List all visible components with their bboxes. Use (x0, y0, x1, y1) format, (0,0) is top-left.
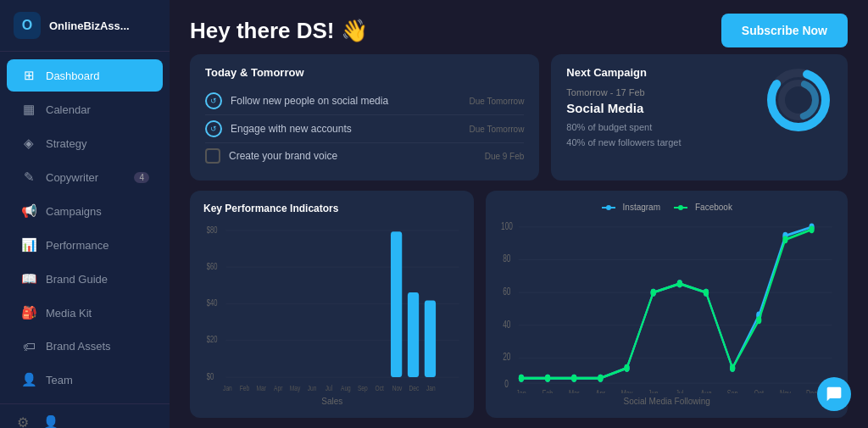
subscribe-button[interactable]: Subscribe Now (721, 14, 848, 47)
sidebar-item-brand-guide[interactable]: 📖 Brand Guide (7, 263, 163, 295)
svg-point-78 (730, 364, 735, 372)
line-chart-label: Social Media Following (499, 397, 834, 406)
svg-text:$20: $20 (207, 335, 218, 345)
svg-point-76 (677, 280, 682, 287)
svg-text:Oct: Oct (754, 389, 765, 393)
sidebar-item-label: Team (46, 374, 73, 386)
svg-point-73 (598, 375, 604, 382)
svg-text:Sep: Sep (727, 389, 738, 393)
logo-text: OnlineBizAss... (49, 19, 130, 32)
sidebar: O OnlineBizAss... ⊞ Dashboard ▦ Calendar… (0, 0, 170, 428)
sidebar-item-team[interactable]: 👤 Team (7, 364, 163, 396)
svg-text:80: 80 (504, 253, 511, 264)
sidebar-item-label: Dashboard (46, 69, 100, 82)
campaign-date: Tomorrow - 17 Feb (566, 87, 754, 97)
profile-icon[interactable]: 👤 (42, 414, 59, 428)
sidebar-item-campaigns[interactable]: 📢 Campaigns (7, 195, 163, 227)
svg-point-72 (572, 375, 577, 382)
brand-assets-icon: 🏷 (20, 339, 37, 353)
svg-text:Jan: Jan (223, 384, 232, 392)
svg-text:Dec: Dec (409, 384, 420, 392)
svg-text:Feb: Feb (542, 389, 554, 393)
donut-chart (765, 66, 832, 134)
svg-text:20: 20 (504, 352, 511, 363)
svg-point-80 (783, 236, 788, 243)
task-checkbox[interactable] (205, 148, 220, 164)
task-due: Due 9 Feb (485, 152, 525, 161)
sidebar-item-label: Brand Assets (46, 340, 111, 353)
top-panels: Today & Tomorrow ↺ Follow new people on … (190, 54, 848, 181)
sidebar-item-label: Performance (46, 239, 108, 252)
svg-rect-27 (391, 231, 402, 377)
line-chart-svg: 100 80 60 40 20 0 Jan (499, 217, 834, 393)
svg-point-31 (606, 205, 611, 210)
sidebar-item-brand-assets[interactable]: 🏷 Brand Assets (7, 331, 163, 362)
campaign-name: Social Media (566, 101, 754, 115)
svg-text:Mar: Mar (569, 389, 580, 393)
sidebar-item-media-kit[interactable]: 🎒 Media Kit (7, 297, 163, 329)
svg-text:Feb: Feb (240, 384, 250, 392)
main-header: Hey there DS! 👋 Subscribe Now (170, 0, 868, 54)
svg-rect-29 (425, 300, 436, 377)
copywriter-icon: ✎ (20, 170, 37, 185)
legend-facebook-label: Facebook (695, 203, 732, 212)
svg-text:$60: $60 (207, 262, 218, 272)
chat-button[interactable] (817, 377, 851, 411)
svg-point-79 (757, 316, 762, 324)
sidebar-item-label: Campaigns (46, 205, 102, 218)
campaign-card-title: Next Campaign (566, 66, 754, 79)
campaign-stat-1: 80% of budget spent (566, 120, 754, 136)
svg-text:$0: $0 (207, 371, 214, 381)
refresh-icon: ↺ (205, 120, 222, 137)
svg-point-81 (810, 225, 815, 233)
sidebar-item-strategy[interactable]: ◈ Strategy (7, 127, 163, 159)
bar-chart-svg: $80 $60 $40 $20 $0 Jan F (203, 221, 460, 393)
sidebar-footer: ⚙ 👤 (0, 403, 170, 428)
svg-text:Jan: Jan (517, 389, 527, 393)
next-campaign-card: Next Campaign Tomorrow - 17 Feb Social M… (551, 54, 848, 181)
task-due: Due Tomorrow (470, 125, 525, 134)
svg-text:Sep: Sep (358, 384, 368, 392)
bar-chart-title: Key Performance Indicators (203, 203, 460, 214)
svg-point-70 (519, 375, 524, 382)
svg-text:Jun: Jun (308, 384, 317, 392)
svg-point-33 (678, 205, 683, 210)
dashboard-content: Today & Tomorrow ↺ Follow new people on … (170, 54, 868, 428)
svg-text:Jul: Jul (326, 384, 333, 392)
sidebar-item-copywriter[interactable]: ✎ Copywriter 4 (7, 161, 163, 193)
svg-point-71 (545, 375, 550, 382)
svg-rect-28 (408, 292, 419, 377)
svg-text:Nov: Nov (392, 384, 403, 392)
sidebar-logo[interactable]: O OnlineBizAss... (0, 0, 170, 52)
sidebar-item-calendar[interactable]: ▦ Calendar (7, 93, 163, 125)
legend-instagram-label: Instagram (623, 203, 660, 212)
task-due: Due Tomorrow (470, 97, 525, 106)
task-text: Follow new people on social media (231, 95, 461, 107)
media-kit-icon: 🎒 (20, 305, 37, 320)
sidebar-item-label: Brand Guide (46, 273, 108, 286)
bar-chart-label: Sales (203, 397, 460, 406)
svg-text:40: 40 (504, 319, 511, 330)
svg-text:100: 100 (502, 220, 514, 231)
legend-facebook: Facebook (674, 203, 732, 212)
today-tomorrow-card: Today & Tomorrow ↺ Follow new people on … (190, 54, 539, 181)
svg-point-74 (625, 364, 630, 372)
sidebar-item-label: Media Kit (46, 307, 92, 320)
chart-legend: Instagram Facebook (499, 203, 834, 212)
settings-icon[interactable]: ⚙ (17, 414, 29, 428)
bar-chart-area: $80 $60 $40 $20 $0 Jan F (203, 221, 460, 393)
task-item: ↺ Engage with new accounts Due Tomorrow (205, 115, 524, 143)
page-title: Hey there DS! 👋 (190, 18, 368, 44)
svg-text:60: 60 (504, 286, 511, 297)
svg-text:Jan: Jan (426, 384, 436, 392)
sidebar-item-performance[interactable]: 📊 Performance (7, 229, 163, 261)
refresh-icon: ↺ (205, 92, 222, 109)
today-card-title: Today & Tomorrow (205, 66, 524, 79)
svg-text:Aug: Aug (701, 389, 712, 393)
sidebar-item-dashboard[interactable]: ⊞ Dashboard (7, 59, 163, 92)
charts-row: Key Performance Indicators $80 $60 $40 $… (190, 191, 848, 418)
svg-point-75 (651, 289, 656, 297)
team-icon: 👤 (20, 372, 37, 387)
sidebar-item-label: Copywriter (46, 171, 98, 184)
svg-text:Mar: Mar (257, 384, 267, 392)
